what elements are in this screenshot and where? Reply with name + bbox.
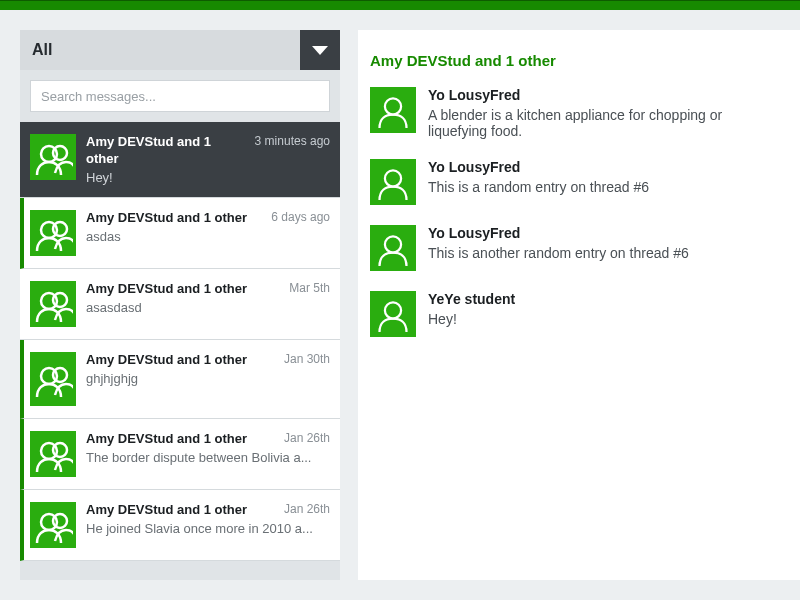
- thread-item[interactable]: Amy DEVStud and 1 other Jan 30th ghjhjgh…: [20, 340, 340, 419]
- thread-time: 3 minutes ago: [255, 134, 330, 148]
- chevron-down-icon: [312, 46, 328, 55]
- thread-preview: Hey!: [86, 170, 330, 185]
- thread-time: Jan 26th: [284, 502, 330, 516]
- svg-point-13: [385, 170, 401, 186]
- thread-time: Jan 30th: [284, 352, 330, 366]
- thread-time: Jan 26th: [284, 431, 330, 445]
- svg-point-11: [53, 514, 67, 528]
- thread-preview: asasdasd: [86, 300, 330, 315]
- thread-title: Amy DEVStud and 1 other: [86, 431, 247, 448]
- message-author: YeYe student: [428, 291, 780, 307]
- thread-title: Amy DEVStud and 1 other: [86, 502, 247, 519]
- user-avatar-icon: [370, 159, 416, 205]
- svg-point-1: [53, 146, 67, 160]
- svg-point-7: [53, 368, 67, 382]
- message-text: A blender is a kitchen appliance for cho…: [428, 107, 780, 139]
- app-header-bar: [0, 0, 800, 10]
- thread-title: Amy DEVStud and 1 other: [86, 210, 247, 227]
- thread-preview: He joined Slavia once more in 2010 a...: [86, 521, 330, 536]
- message-item: Yo LousyFred A blender is a kitchen appl…: [370, 87, 780, 139]
- message-list: Yo LousyFred A blender is a kitchen appl…: [370, 87, 780, 560]
- conversation-title: Amy DEVStud and 1 other: [370, 52, 780, 69]
- group-avatar-icon: [30, 352, 76, 406]
- thread-preview: asdas: [86, 229, 330, 244]
- user-avatar-icon: [370, 225, 416, 271]
- thread-preview: The border dispute between Bolivia a...: [86, 450, 330, 465]
- message-item: YeYe student Hey!: [370, 291, 780, 337]
- svg-point-15: [385, 302, 401, 318]
- filter-label[interactable]: All: [20, 30, 300, 70]
- svg-point-5: [53, 293, 67, 307]
- thread-time: 6 days ago: [271, 210, 330, 224]
- thread-title: Amy DEVStud and 1 other: [86, 352, 247, 369]
- message-text: Hey!: [428, 311, 780, 327]
- message-author: Yo LousyFred: [428, 87, 780, 103]
- svg-point-9: [53, 443, 67, 457]
- message-author: Yo LousyFred: [428, 225, 780, 241]
- group-avatar-icon: [30, 134, 76, 180]
- thread-title: Amy DEVStud and 1 other: [86, 134, 247, 168]
- message-text: This is a random entry on thread #6: [428, 179, 780, 195]
- search-input[interactable]: [30, 80, 330, 112]
- thread-time: Mar 5th: [289, 281, 330, 295]
- user-avatar-icon: [370, 87, 416, 133]
- message-item: Yo LousyFred This is a random entry on t…: [370, 159, 780, 205]
- svg-point-12: [385, 98, 401, 114]
- message-item: Yo LousyFred This is another random entr…: [370, 225, 780, 271]
- thread-item[interactable]: Amy DEVStud and 1 other 6 days ago asdas: [20, 198, 340, 269]
- message-author: Yo LousyFred: [428, 159, 780, 175]
- sidebar: All Amy DEVStud and 1 other 3 minutes ag…: [20, 30, 340, 580]
- svg-point-3: [53, 222, 67, 236]
- thread-item[interactable]: Amy DEVStud and 1 other Jan 26th He join…: [20, 490, 340, 561]
- group-avatar-icon: [30, 281, 76, 327]
- group-avatar-icon: [30, 210, 76, 256]
- svg-point-14: [385, 236, 401, 252]
- user-avatar-icon: [370, 291, 416, 337]
- thread-list: Amy DEVStud and 1 other 3 minutes ago He…: [20, 122, 340, 580]
- thread-title: Amy DEVStud and 1 other: [86, 281, 247, 298]
- group-avatar-icon: [30, 502, 76, 548]
- group-avatar-icon: [30, 431, 76, 477]
- thread-item[interactable]: Amy DEVStud and 1 other Jan 26th The bor…: [20, 419, 340, 490]
- thread-item[interactable]: Amy DEVStud and 1 other Mar 5th asasdasd: [20, 269, 340, 340]
- message-text: This is another random entry on thread #…: [428, 245, 780, 261]
- thread-item[interactable]: Amy DEVStud and 1 other 3 minutes ago He…: [20, 122, 340, 198]
- filter-row: All: [20, 30, 340, 70]
- thread-preview: ghjhjghjg: [86, 371, 330, 386]
- conversation-panel: Amy DEVStud and 1 other Yo LousyFred A b…: [358, 30, 800, 580]
- filter-dropdown-button[interactable]: [300, 30, 340, 70]
